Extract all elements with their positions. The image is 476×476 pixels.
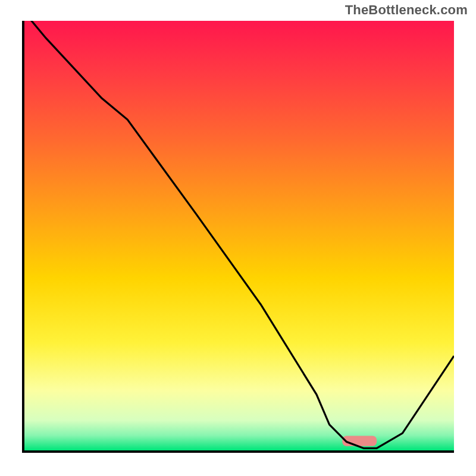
- plot-axes: [22, 21, 454, 453]
- watermark-text: TheBottleneck.com: [345, 2, 468, 18]
- optimal-marker: [342, 436, 377, 446]
- plot-area: [24, 21, 454, 450]
- chart-svg: [24, 21, 454, 450]
- chart-frame: TheBottleneck.com: [0, 0, 476, 476]
